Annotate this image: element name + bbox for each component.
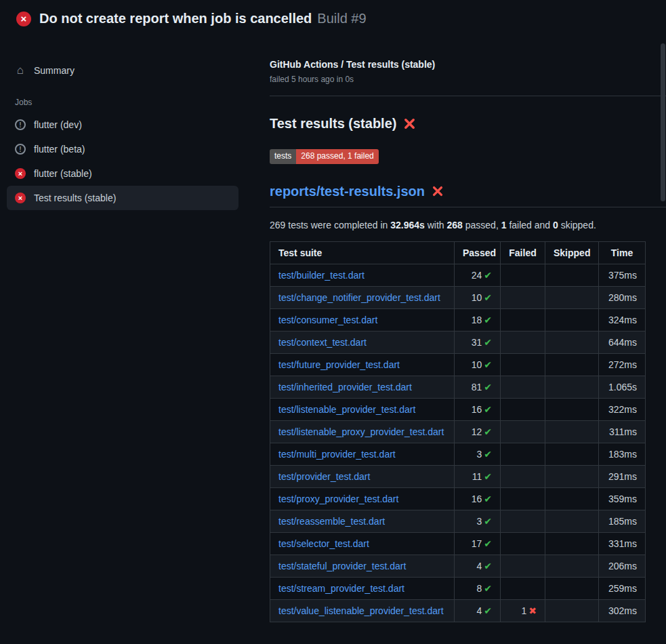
- test-suite-link[interactable]: test/builder_test.dart: [278, 270, 365, 281]
- passed-count: 18✔: [455, 309, 501, 331]
- table-row: test/stateful_provider_test.dart4✔206ms: [270, 555, 646, 578]
- skipped-count: [545, 488, 599, 510]
- badge-label: tests: [270, 149, 296, 164]
- sidebar-item-job[interactable]: ×Test results (stable): [7, 186, 238, 210]
- passed-count: 4✔: [455, 600, 501, 622]
- failed-count: 1✖: [501, 600, 545, 622]
- skipped-count: [545, 578, 599, 600]
- results-table: Test suite Passed Failed Skipped Time te…: [270, 241, 646, 622]
- test-suite-cell: test/listenable_provider_test.dart: [270, 399, 455, 421]
- home-icon: ⌂: [15, 64, 26, 76]
- check-title-row: Test results (stable): [270, 114, 666, 133]
- badge-value: 268 passed, 1 failed: [296, 149, 378, 164]
- time-cell: 302ms: [599, 600, 646, 622]
- test-suite-link[interactable]: test/value_listenable_provider_test.dart: [278, 605, 444, 616]
- failed-count: [501, 510, 545, 533]
- test-suite-link[interactable]: test/provider_test.dart: [278, 471, 370, 482]
- test-suite-cell: test/proxy_provider_test.dart: [270, 488, 455, 510]
- skipped-count: [545, 533, 599, 555]
- job-label: Test results (stable): [34, 193, 116, 203]
- table-header-row: Test suite Passed Failed Skipped Time: [270, 242, 646, 264]
- passed-count-value: 18: [472, 315, 482, 325]
- sidebar-item-job[interactable]: !flutter (beta): [7, 137, 238, 161]
- passed-count-value: 24: [472, 270, 482, 281]
- table-row: test/builder_test.dart24✔375ms: [270, 264, 646, 287]
- failed-count-value: 1: [521, 605, 526, 616]
- passed-count-value: 17: [472, 538, 482, 549]
- passed-count-value: 3: [476, 516, 482, 527]
- test-suite-link[interactable]: test/context_test.dart: [278, 337, 367, 348]
- summary-passed: 268: [447, 220, 463, 230]
- passed-count: 3✔: [455, 510, 501, 533]
- jobs-heading: Jobs: [7, 83, 238, 113]
- summary-label: Summary: [34, 65, 75, 76]
- check-icon: ✔: [484, 337, 492, 348]
- test-suite-link[interactable]: test/stateful_provider_test.dart: [278, 561, 406, 571]
- table-row: test/stream_provider_test.dart8✔259ms: [270, 578, 646, 600]
- passed-count: 8✔: [455, 578, 501, 600]
- time-cell: 185ms: [599, 510, 646, 533]
- scrollbar-thumb[interactable]: [661, 43, 665, 201]
- badge-row: tests 268 passed, 1 failed: [270, 149, 666, 164]
- test-suite-link[interactable]: test/consumer_test.dart: [278, 315, 377, 325]
- passed-count: 10✔: [455, 354, 501, 376]
- column-header-skipped: Skipped: [545, 242, 599, 264]
- report-link[interactable]: reports/test-results.json: [270, 182, 425, 201]
- time-cell: 359ms: [599, 488, 646, 510]
- test-suite-cell: test/multi_provider_test.dart: [270, 443, 455, 466]
- test-suite-link[interactable]: test/proxy_provider_test.dart: [278, 494, 398, 504]
- test-suite-cell: test/future_provider_test.dart: [270, 354, 455, 376]
- tests-summary: 269 tests were completed in 32.964s with…: [270, 218, 666, 232]
- test-suite-cell: test/listenable_proxy_provider_test.dart: [270, 421, 455, 443]
- time-cell: 375ms: [599, 264, 646, 287]
- check-icon: ✔: [484, 583, 492, 594]
- test-suite-link[interactable]: test/selector_test.dart: [278, 538, 369, 549]
- failed-count: [501, 264, 545, 287]
- failed-count: [501, 555, 545, 578]
- x-circle-icon: ×: [15, 168, 26, 179]
- sidebar-item-job[interactable]: ×flutter (stable): [7, 161, 238, 186]
- passed-count-value: 31: [472, 337, 482, 348]
- test-suite-link[interactable]: test/change_notifier_provider_test.dart: [278, 292, 440, 303]
- run-status: failed 5 hours ago in 0s: [270, 74, 666, 85]
- sidebar-item-job[interactable]: !flutter (dev): [7, 113, 238, 137]
- column-header-time: Time: [599, 242, 646, 264]
- skipped-count: [545, 555, 599, 578]
- divider: [270, 96, 666, 96]
- passed-count: 3✔: [455, 443, 501, 466]
- results-table-body: test/builder_test.dart24✔375mstest/chang…: [270, 264, 646, 622]
- skipped-count: [545, 510, 599, 533]
- time-cell: 280ms: [599, 287, 646, 309]
- column-header-failed: Failed: [501, 242, 545, 264]
- passed-count: 16✔: [455, 488, 501, 510]
- time-cell: 183ms: [599, 443, 646, 466]
- failed-count: [501, 443, 545, 466]
- failed-count: [501, 354, 545, 376]
- table-row: test/provider_test.dart11✔291ms: [270, 466, 646, 488]
- test-suite-link[interactable]: test/future_provider_test.dart: [278, 359, 400, 370]
- test-suite-cell: test/change_notifier_provider_test.dart: [270, 287, 455, 309]
- test-suite-link[interactable]: test/reassemble_test.dart: [278, 516, 385, 527]
- check-title: Test results (stable): [270, 114, 396, 133]
- skipped-count: [545, 264, 599, 287]
- sidebar-item-summary[interactable]: ⌂ Summary: [7, 58, 238, 83]
- time-cell: 291ms: [599, 466, 646, 488]
- passed-count: 11✔: [455, 466, 501, 488]
- page-header: × Do not create report when job is cance…: [0, 0, 666, 37]
- failed-count: [501, 466, 545, 488]
- passed-count-value: 16: [472, 494, 482, 504]
- check-icon: ✔: [484, 449, 492, 460]
- x-icon: ✖: [528, 605, 537, 616]
- warning-icon: !: [15, 119, 26, 130]
- test-suite-cell: test/builder_test.dart: [270, 264, 455, 287]
- failed-count: [501, 533, 545, 555]
- test-suite-link[interactable]: test/inherited_provider_test.dart: [278, 382, 412, 393]
- test-suite-link[interactable]: test/stream_provider_test.dart: [278, 583, 404, 594]
- check-icon: ✔: [484, 516, 492, 527]
- test-suite-link[interactable]: test/listenable_proxy_provider_test.dart: [278, 426, 444, 437]
- test-suite-link[interactable]: test/multi_provider_test.dart: [278, 449, 396, 460]
- time-cell: 311ms: [599, 421, 646, 443]
- test-suite-cell: test/inherited_provider_test.dart: [270, 376, 455, 399]
- failed-x-icon: [432, 185, 444, 197]
- test-suite-link[interactable]: test/listenable_provider_test.dart: [278, 404, 415, 415]
